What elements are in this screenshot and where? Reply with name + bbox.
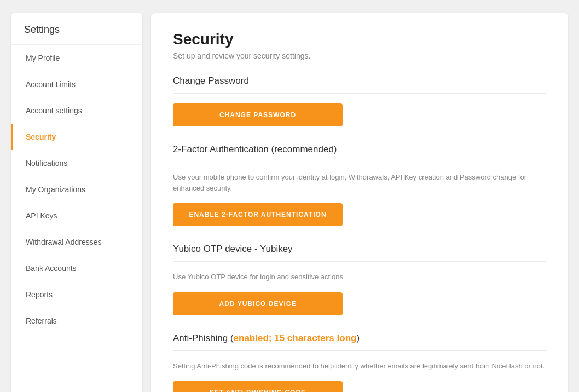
sidebar-item-security[interactable]: Security [11,124,142,150]
sidebar: Settings My ProfileAccount LimitsAccount… [11,13,142,392]
page-subtitle: Set up and review your security settings… [173,51,546,60]
yubico-desc: Use Yubico OTP device for login and sens… [173,272,546,283]
two-factor-heading: 2-Factor Authentication (recommended) [173,144,546,162]
change-password-heading: Change Password [173,76,546,94]
yubico-heading: Yubico OTP device - Yubikey [173,244,546,262]
antiphishing-section: Anti-Phishing (enabled; 15 characters lo… [173,333,546,393]
sidebar-item-referrals[interactable]: Referrals [11,308,142,334]
sidebar-item-my-organizations[interactable]: My Organizations [11,176,142,203]
add-yubico-button[interactable]: ADD YUBICO DEVICE [173,292,343,315]
antiphishing-heading-prefix: Anti-Phishing ( [173,333,234,343]
page-title: Security [173,31,546,48]
sidebar-item-withdrawal-addresses[interactable]: Withdrawal Addresses [11,229,142,255]
sidebar-item-account-limits[interactable]: Account Limits [11,71,142,97]
antiphishing-desc: Setting Anti-Phishing code is recommende… [173,361,546,372]
sidebar-item-my-profile[interactable]: My Profile [11,45,142,71]
enable-2fa-button[interactable]: ENABLE 2-FACTOR AUTHENTICATION [173,203,343,226]
change-password-section: Change Password CHANGE PASSWORD [173,76,546,126]
sidebar-item-notifications[interactable]: Notifications [11,150,142,176]
antiphishing-heading-suffix: ) [356,333,360,343]
yubico-section: Yubico OTP device - Yubikey Use Yubico O… [173,244,546,315]
change-password-button[interactable]: CHANGE PASSWORD [173,103,343,126]
sidebar-item-account-settings[interactable]: Account settings [11,97,142,124]
antiphishing-heading-highlight: enabled; 15 characters long [234,333,357,343]
sidebar-item-bank-accounts[interactable]: Bank Accounts [11,255,142,281]
two-factor-desc: Use your mobile phone to confirm your id… [173,172,546,193]
antiphishing-heading: Anti-Phishing (enabled; 15 characters lo… [173,333,546,351]
set-antiphishing-button[interactable]: SET ANTI-PHISHING CODE [173,381,343,392]
two-factor-section: 2-Factor Authentication (recommended) Us… [173,144,546,226]
sidebar-item-api-keys[interactable]: API Keys [11,203,142,229]
sidebar-title: Settings [11,13,142,45]
main-content: Security Set up and review your security… [151,13,568,392]
sidebar-item-reports[interactable]: Reports [11,281,142,308]
